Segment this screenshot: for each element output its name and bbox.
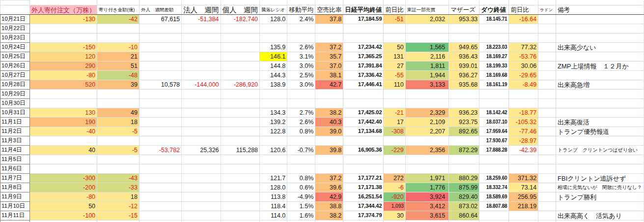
row-date[interactable]: 10月28日 (0, 80, 30, 90)
cell-q[interactable]: トランプ勝利 (556, 192, 644, 202)
cell-f[interactable] (221, 33, 260, 43)
cell-i[interactable] (315, 221, 343, 222)
cell-o[interactable]: -77.46 (509, 127, 538, 136)
cell-d[interactable] (140, 24, 182, 33)
cell-p[interactable] (538, 221, 556, 222)
cell-b[interactable] (30, 164, 97, 174)
cell-o[interactable] (509, 0, 538, 5)
cell-b[interactable] (30, 221, 97, 222)
cell-c[interactable] (97, 24, 140, 33)
cell-f[interactable] (221, 43, 260, 52)
cell-n[interactable]: 18.199.33 (479, 62, 509, 71)
cell-c[interactable]: -48 (97, 71, 140, 80)
cell-b[interactable] (30, 24, 97, 33)
cell-h[interactable]: 2.7% (287, 108, 315, 118)
cell-b[interactable] (30, 155, 97, 164)
cell-h[interactable] (287, 90, 315, 99)
cell-l[interactable]: 1,944 (405, 71, 448, 80)
cell-b[interactable]: -200 (30, 183, 97, 192)
cell-n[interactable]: 18.223.03 (479, 43, 509, 52)
cell-n[interactable] (479, 164, 509, 174)
cell-n[interactable]: 18.259.60 (479, 174, 509, 183)
cell-l[interactable]: 3,133 (405, 80, 448, 90)
row-date[interactable]: 11月3日 (0, 136, 30, 146)
cell-f[interactable]: 115,288 (221, 146, 260, 155)
cell-b[interactable]: 120 (30, 52, 97, 62)
cell-i[interactable] (315, 0, 343, 5)
cell-q[interactable]: 相場に元気ないが 閑散に売りなし？ (556, 183, 644, 192)
cell-d[interactable] (140, 118, 182, 127)
cell-j[interactable] (343, 33, 384, 43)
cell-f[interactable] (221, 0, 260, 5)
cell-j[interactable]: 16,905.36 (343, 146, 384, 155)
cell-q[interactable] (556, 136, 644, 146)
cell-m[interactable]: 935.68 (449, 80, 479, 90)
cell-m[interactable] (449, 99, 479, 108)
cell-o[interactable] (509, 155, 538, 164)
column-header-g[interactable]: 騰落レシオ (260, 5, 287, 15)
column-header-f[interactable]: 個人 週間 (221, 5, 260, 15)
cell-c[interactable] (97, 164, 140, 174)
cell-i[interactable]: 37.8 (315, 15, 343, 24)
cell-g[interactable]: 113.8 (260, 192, 287, 202)
cell-q[interactable]: 出来高復活 (556, 118, 644, 127)
cell-l[interactable]: 1,971 (405, 174, 448, 183)
cell-q[interactable] (556, 33, 644, 43)
cell-i[interactable]: 42.9 (315, 192, 343, 202)
cell-k[interactable]: 17 (384, 118, 406, 127)
cell-e[interactable]: -144,000 (182, 80, 221, 90)
cell-b[interactable]: -80 (30, 71, 97, 80)
cell-q[interactable]: 出来高高く 活気あり (556, 211, 644, 221)
cell-g[interactable]: 134.3 (260, 108, 287, 118)
cell-g[interactable]: 122.8 (260, 127, 287, 136)
cell-h[interactable]: 1.6% (287, 211, 315, 221)
row-date[interactable]: 11月8日 (0, 183, 30, 192)
cell-c[interactable]: 21 (97, 52, 140, 62)
cell-p[interactable] (538, 99, 556, 108)
cell-d[interactable] (140, 33, 182, 43)
cell-d[interactable]: 67,615 (140, 15, 182, 24)
cell-d[interactable] (140, 202, 182, 211)
column-header-q[interactable]: 備考 (556, 5, 644, 15)
cell-f[interactable] (221, 127, 260, 136)
cell-g[interactable] (260, 164, 287, 174)
cell-l[interactable] (405, 164, 448, 174)
cell-i[interactable]: 38.8 (315, 202, 343, 211)
cell-d[interactable] (140, 71, 182, 80)
cell-p[interactable] (538, 183, 556, 192)
cell-e[interactable] (182, 62, 221, 71)
cell-k[interactable]: 50 (384, 43, 406, 52)
column-header-c[interactable]: 寄り付き金額(億) (97, 5, 140, 15)
cell-l[interactable]: 3,615 (405, 211, 448, 221)
cell-f[interactable] (221, 71, 260, 80)
cell-o[interactable]: 73.14 (509, 183, 538, 192)
cell-p[interactable] (538, 62, 556, 71)
cell-i[interactable] (315, 33, 343, 43)
cell-i[interactable] (315, 164, 343, 174)
cell-o[interactable]: 77.32 (509, 43, 538, 52)
cell-j[interactable]: 17,336.42 (343, 71, 384, 80)
cell-g[interactable]: 144.3 (260, 71, 287, 80)
cell-b[interactable]: -300 (30, 174, 97, 183)
cell-j[interactable]: 17,365.25 (343, 52, 384, 62)
cell-c[interactable]: -43 (97, 174, 140, 183)
cell-p[interactable] (538, 0, 556, 5)
cell-i[interactable]: 39.8 (315, 146, 343, 155)
cell-m[interactable] (449, 0, 479, 5)
cell-q[interactable] (556, 52, 644, 62)
cell-j[interactable] (343, 90, 384, 99)
cell-m[interactable] (449, 24, 479, 33)
cell-f[interactable] (221, 118, 260, 127)
cell-c[interactable] (97, 33, 140, 43)
cell-e[interactable] (182, 43, 221, 52)
cell-d[interactable] (140, 221, 182, 222)
cell-e[interactable] (182, 202, 221, 211)
cell-o[interactable] (509, 24, 538, 33)
cell-m[interactable]: 953.33 (449, 15, 479, 24)
cell-m[interactable] (449, 136, 479, 146)
cell-b[interactable]: -80 (30, 192, 97, 202)
cell-d[interactable]: -53,782 (140, 146, 182, 155)
row-date[interactable]: 11月4日 (0, 146, 30, 155)
cell-date[interactable] (0, 0, 30, 5)
cell-b[interactable]: 520 (30, 80, 97, 90)
